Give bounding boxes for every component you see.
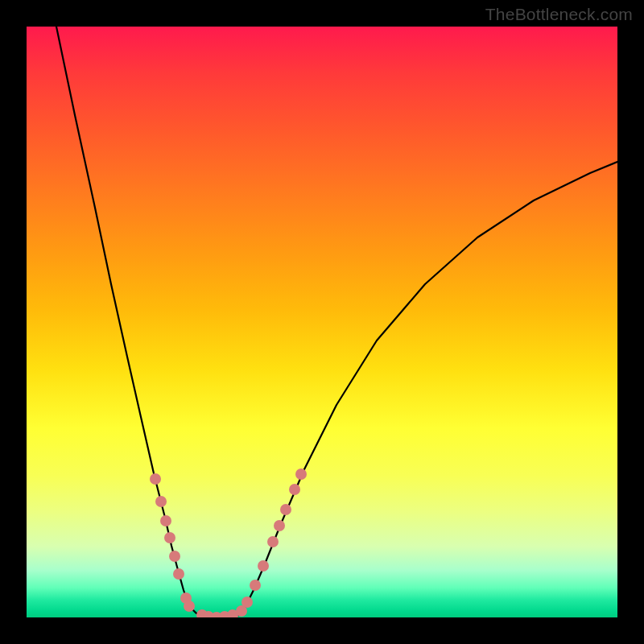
- data-bead: [274, 520, 285, 531]
- data-bead: [242, 597, 253, 608]
- bottleneck-curve: [56, 27, 617, 617]
- data-bead: [155, 496, 167, 507]
- data-bead: [184, 601, 195, 612]
- outer-frame: TheBottleneck.com: [0, 0, 644, 644]
- data-bead: [160, 515, 171, 526]
- data-bead: [258, 560, 269, 572]
- plot-area: [27, 27, 617, 617]
- bottleneck-curve-chart: [27, 27, 617, 617]
- data-bead: [289, 484, 300, 495]
- data-bead: [150, 473, 161, 485]
- data-bead: [250, 580, 261, 591]
- data-bead: [173, 568, 184, 580]
- data-bead: [267, 536, 279, 547]
- data-bead: [295, 469, 307, 480]
- data-bead: [169, 551, 180, 562]
- data-bead: [280, 504, 291, 515]
- watermark-text: TheBottleneck.com: [485, 5, 633, 24]
- data-bead: [164, 532, 175, 543]
